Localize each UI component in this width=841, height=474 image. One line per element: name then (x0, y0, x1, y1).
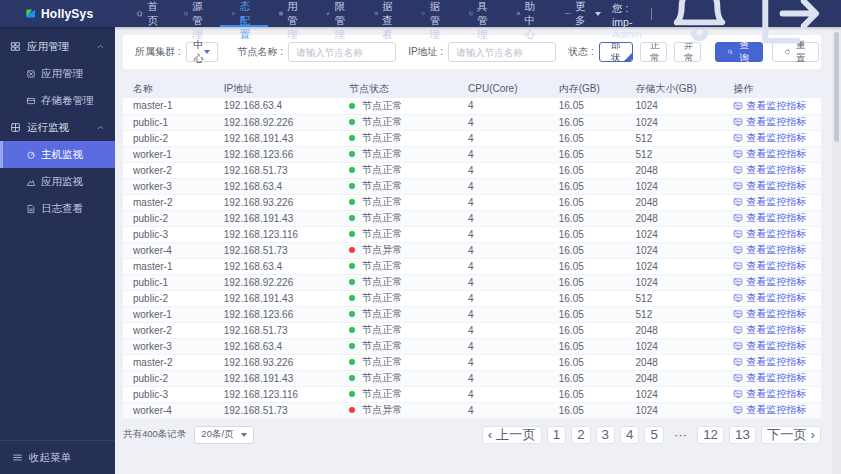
cell-memory: 16.05 (549, 306, 626, 322)
column-header: IP地址 (214, 79, 340, 98)
table-row: public-2 192.168.191.43 节点正常 4 16.05 512… (123, 290, 821, 306)
logout-button[interactable] (748, 0, 827, 53)
nav-item-monitor[interactable]: 工具管理 (458, 0, 506, 27)
view-metrics-link[interactable]: 查看监控指标 (733, 99, 806, 113)
sidebar-group-header[interactable]: 应用管理 (0, 33, 115, 60)
cell-ip: 192.168.51.73 (214, 162, 340, 178)
chevron-down-icon (595, 12, 601, 16)
sidebar-item[interactable]: 主机监视 (0, 141, 115, 168)
prev-page-button[interactable]: ‹ 上一页 (482, 426, 542, 444)
table-row: worker-2 192.168.51.73 节点正常 4 16.05 2048… (123, 162, 821, 178)
view-metrics-link[interactable]: 查看监控指标 (733, 291, 806, 305)
sidebar-item[interactable]: 日志查看 (0, 195, 115, 222)
cluster-select[interactable]: 中心 (186, 42, 218, 62)
status-dot (349, 167, 355, 173)
cell-cpu: 4 (458, 370, 549, 386)
page-number-button[interactable]: 1 (547, 426, 566, 444)
view-metrics-link[interactable]: 查看监控指标 (733, 355, 806, 369)
next-page-button[interactable]: 下一页 › (761, 426, 821, 444)
view-metrics-link[interactable]: 查看监控指标 (733, 371, 806, 385)
sidebar-item[interactable]: 存储卷管理 (0, 87, 115, 114)
page-number-button[interactable]: 3 (596, 426, 615, 444)
sidebar-item-label: 应用管理 (41, 67, 83, 81)
cell-ip: 192.168.123.116 (214, 226, 340, 242)
status-text: 节点正常 (362, 212, 402, 223)
chevron-up-icon (96, 42, 105, 51)
view-metrics-link[interactable]: 查看监控指标 (733, 211, 806, 225)
page-number-button[interactable]: 2 (571, 426, 590, 444)
view-metrics-link[interactable]: 查看监控指标 (733, 147, 806, 161)
cell-status: 节点正常 (339, 258, 458, 274)
view-metrics-link[interactable]: 查看监控指标 (733, 275, 806, 289)
nav-item-key[interactable]: 权限管理 (315, 0, 363, 27)
nav-item-label: 数据管理 (429, 0, 446, 42)
sidebar-item[interactable]: 应用管理 (0, 60, 115, 87)
page-number-button[interactable]: 5 (644, 426, 663, 444)
nav-item-question[interactable]: 帮助中心 (505, 0, 553, 27)
view-metrics-link[interactable]: 查看监控指标 (733, 131, 806, 145)
view-metrics-link[interactable]: 查看监控指标 (733, 179, 806, 193)
cell-action: 查看监控指标 (723, 338, 821, 354)
brand-logo: HollySys (0, 7, 115, 21)
nav-item-clock[interactable]: 数据查看 (363, 0, 411, 27)
table-body: master-1 192.168.63.4 节点正常 4 16.05 1024 … (123, 98, 821, 418)
view-metrics-link[interactable]: 查看监控指标 (733, 163, 806, 177)
nav-item-diamond[interactable]: 数据管理 (410, 0, 458, 27)
cell-status: 节点正常 (339, 178, 458, 194)
cell-storage: 1024 (626, 114, 724, 130)
page-scrollbar (832, 27, 841, 474)
notification-bell-button[interactable] (660, 0, 739, 53)
top-navbar: HollySys 首页 资源管理 组态配置 应用管理 权限管理 数据查看 数据管… (0, 0, 841, 27)
cell-storage: 1024 (626, 178, 724, 194)
page-number-button[interactable]: 13 (729, 426, 756, 444)
page-size-select[interactable]: 20条/页 (194, 426, 254, 444)
monitor-metrics-icon (733, 261, 743, 271)
cell-memory: 16.05 (549, 402, 626, 418)
view-metrics-link[interactable]: 查看监控指标 (733, 323, 806, 337)
cell-name: public-2 (123, 130, 214, 146)
sidebar-item[interactable]: 应用监视 (0, 168, 115, 195)
nav-item-home[interactable]: 首页 (125, 0, 173, 27)
cell-name: worker-3 (123, 338, 214, 354)
nav-item-more[interactable]: 更多 (553, 0, 613, 27)
nav-item-folder[interactable]: 资源管理 (173, 0, 221, 27)
view-metrics-link[interactable]: 查看监控指标 (733, 387, 806, 401)
cell-action: 查看监控指标 (723, 114, 821, 130)
collapse-menu-button[interactable]: 收起菜单 (0, 440, 115, 474)
cell-name: worker-4 (123, 402, 214, 418)
cell-memory: 16.05 (549, 274, 626, 290)
page-number-button[interactable]: 12 (697, 426, 724, 444)
sidebar-group-header[interactable]: 运行监视 (0, 114, 115, 141)
cell-storage: 2048 (626, 370, 724, 386)
cell-memory: 16.05 (549, 98, 626, 114)
cell-cpu: 4 (458, 386, 549, 402)
view-metrics-link[interactable]: 查看监控指标 (733, 195, 806, 209)
cell-storage: 512 (626, 290, 724, 306)
node-name-input[interactable] (288, 42, 396, 62)
ip-input[interactable] (448, 42, 556, 62)
view-metrics-link[interactable]: 查看监控指标 (733, 243, 806, 257)
status-dot (349, 103, 355, 109)
view-metrics-link[interactable]: 查看监控指标 (733, 227, 806, 241)
view-metrics-link[interactable]: 查看监控指标 (733, 259, 806, 273)
view-metrics-link[interactable]: 查看监控指标 (733, 115, 806, 129)
cell-memory: 16.05 (549, 290, 626, 306)
view-metrics-link[interactable]: 查看监控指标 (733, 339, 806, 353)
status-text: 节点正常 (362, 388, 402, 399)
monitor-metrics-icon (733, 389, 743, 399)
nav-item-label: 组态配置 (239, 0, 256, 42)
cell-storage: 1024 (626, 226, 724, 242)
table-footer: 共有400条记录 20条/页 ‹ 上一页 12345···1213 下一页 › (123, 426, 821, 444)
view-metrics-link[interactable]: 查看监控指标 (733, 307, 806, 321)
monitor-metrics-icon (733, 117, 743, 127)
page-number-button[interactable]: 4 (620, 426, 639, 444)
nav-item-grid[interactable]: 应用管理 (268, 0, 316, 27)
table-row: master-2 192.168.93.226 节点正常 4 16.05 204… (123, 194, 821, 210)
table-row: worker-1 192.168.123.66 节点正常 4 16.05 512… (123, 146, 821, 162)
nav-item-label: 更多 (575, 0, 589, 28)
view-metrics-link[interactable]: 查看监控指标 (733, 403, 806, 417)
cell-ip: 192.168.123.116 (214, 386, 340, 402)
cell-ip: 192.168.191.43 (214, 210, 340, 226)
nav-item-gear[interactable]: 组态配置 (220, 0, 268, 27)
cell-ip: 192.168.123.66 (214, 146, 340, 162)
